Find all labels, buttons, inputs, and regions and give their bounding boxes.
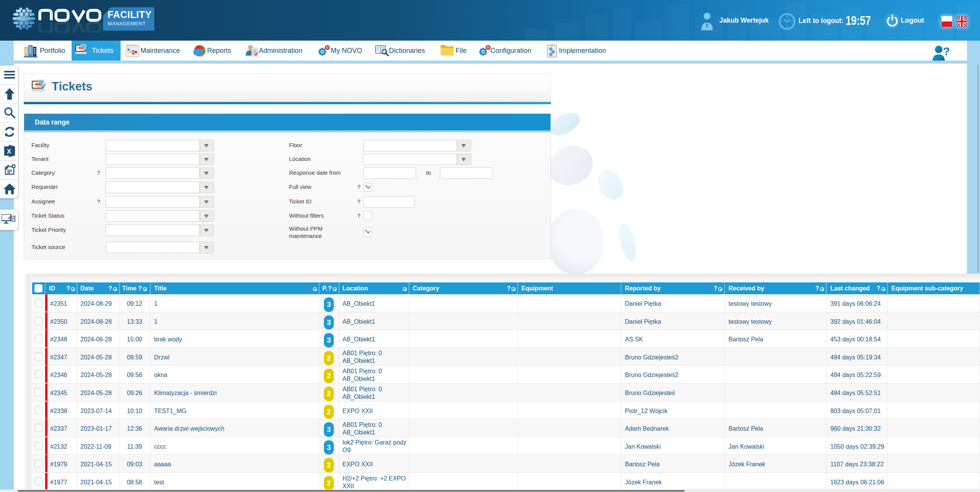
svg-text:?: ?: [943, 45, 950, 57]
svg-text:X: X: [7, 148, 11, 155]
